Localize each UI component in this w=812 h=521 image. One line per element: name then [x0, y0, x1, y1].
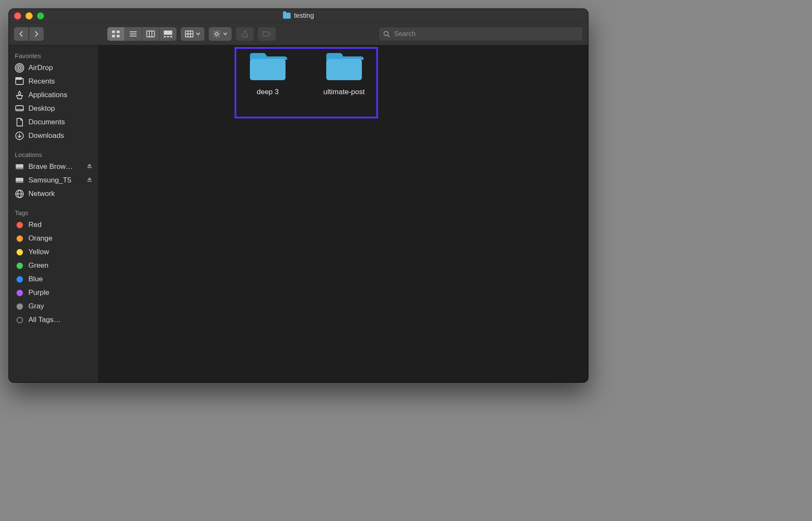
svg-line-23 [214, 31, 215, 32]
sidebar-item-label: Applications [28, 91, 92, 99]
tag-dot-icon [15, 234, 24, 243]
chevron-down-icon [196, 32, 200, 36]
svg-point-27 [384, 31, 388, 36]
tags-button[interactable] [258, 27, 276, 41]
sidebar-item-label: Desktop [28, 104, 92, 113]
list-icon [129, 30, 137, 38]
minimize-window-button[interactable] [25, 12, 33, 20]
disk-icon [15, 176, 24, 185]
tag-dot-icon [15, 247, 24, 257]
svg-rect-1 [117, 31, 120, 33]
sidebar-item-applications[interactable]: Applications [9, 88, 98, 102]
folder-icon [325, 51, 364, 82]
sidebar-tag-blue[interactable]: Blue [9, 272, 98, 286]
arrange-button[interactable] [181, 27, 204, 41]
sidebar-item-recents[interactable]: Recents [9, 75, 98, 88]
svg-rect-42 [87, 181, 92, 182]
chevron-right-icon [34, 31, 39, 37]
search-field[interactable] [378, 27, 583, 41]
svg-rect-38 [16, 168, 23, 169]
gear-icon [213, 30, 221, 38]
folder-item[interactable]: ultimate-post [319, 51, 370, 96]
sidebar-item-samsung[interactable]: Samsung_T5 [9, 174, 98, 187]
downloads-icon [15, 131, 24, 140]
tag-icon [262, 31, 272, 37]
sidebar-item-downloads[interactable]: Downloads [9, 129, 98, 143]
share-icon [241, 30, 248, 38]
action-menu-button[interactable] [209, 27, 232, 41]
svg-rect-3 [117, 35, 120, 37]
sidebar-section-locations: Locations [9, 148, 98, 160]
sidebar-tag-orange[interactable]: Orange [9, 232, 98, 245]
svg-rect-11 [164, 36, 166, 37]
recents-icon [15, 77, 24, 86]
sidebar-item-label: Green [28, 261, 92, 270]
share-button[interactable] [236, 27, 254, 41]
desktop-icon [15, 104, 24, 113]
view-column-button[interactable] [142, 27, 160, 41]
tag-dot-icon [15, 261, 24, 270]
applications-icon [15, 90, 24, 100]
chevron-down-icon [223, 32, 227, 36]
svg-point-29 [18, 67, 21, 69]
window-title: testing [294, 12, 314, 20]
svg-line-28 [388, 35, 389, 37]
sidebar-tag-green[interactable]: Green [9, 259, 98, 272]
sidebar-item-label: AirDrop [28, 64, 92, 72]
window-controls [14, 12, 44, 20]
sidebar-item-label: Orange [28, 234, 92, 243]
search-input[interactable] [393, 30, 578, 38]
sidebar-item-brave[interactable]: Brave Brow… [9, 160, 98, 174]
documents-icon [15, 118, 24, 127]
sidebar: Favorites AirDrop Recents [9, 45, 99, 382]
svg-rect-34 [16, 106, 23, 111]
eject-icon[interactable] [87, 162, 92, 171]
tag-dot-icon [15, 302, 24, 311]
svg-line-25 [219, 31, 220, 32]
sidebar-item-documents[interactable]: Documents [9, 115, 98, 129]
tag-dot-icon [15, 275, 24, 284]
sidebar-tag-purple[interactable]: Purple [9, 286, 98, 300]
sidebar-item-label: Recents [28, 77, 92, 86]
title-bar: testing [9, 9, 588, 23]
sidebar-tag-gray[interactable]: Gray [9, 300, 98, 313]
sidebar-item-label: Brave Brow… [28, 162, 81, 171]
tag-dot-icon [15, 220, 24, 230]
sidebar-item-airdrop[interactable]: AirDrop [9, 61, 98, 75]
sidebar-section-favorites: Favorites [9, 50, 98, 61]
close-window-button[interactable] [14, 12, 21, 20]
forward-button[interactable] [29, 27, 44, 41]
chevron-left-icon [18, 31, 24, 37]
search-icon [383, 31, 390, 37]
eject-icon[interactable] [87, 176, 92, 185]
view-icon-button[interactable] [107, 27, 125, 41]
sidebar-tag-red[interactable]: Red [9, 218, 98, 232]
sidebar-item-all-tags[interactable]: All Tags… [9, 313, 98, 327]
content-area[interactable]: deep 3ultimate-post [99, 45, 588, 382]
finder-window: testing [8, 8, 588, 383]
network-icon [15, 189, 24, 199]
sidebar-item-label: All Tags… [28, 316, 92, 324]
sidebar-item-network[interactable]: Network [9, 187, 98, 201]
sidebar-section-tags: Tags [9, 207, 98, 218]
sidebar-item-label: Gray [28, 302, 92, 311]
back-button[interactable] [14, 27, 28, 41]
sidebar-tag-yellow[interactable]: Yellow [9, 245, 98, 259]
svg-point-30 [17, 65, 22, 71]
svg-rect-41 [16, 181, 23, 183]
folder-item[interactable]: deep 3 [242, 51, 293, 96]
svg-rect-7 [147, 31, 154, 37]
navigation-group [14, 27, 44, 41]
svg-rect-46 [250, 59, 286, 80]
view-list-button[interactable] [125, 27, 142, 41]
sidebar-item-label: Downloads [28, 132, 92, 140]
svg-point-18 [216, 33, 218, 35]
zoom-window-button[interactable] [37, 12, 44, 20]
sidebar-item-desktop[interactable]: Desktop [9, 102, 98, 115]
view-gallery-button[interactable] [160, 27, 176, 41]
svg-rect-12 [167, 36, 169, 37]
sidebar-item-label: Network [28, 190, 92, 198]
item-name: deep 3 [257, 88, 279, 96]
folder-icon [248, 51, 287, 82]
sidebar-item-label: Samsung_T5 [28, 176, 81, 185]
